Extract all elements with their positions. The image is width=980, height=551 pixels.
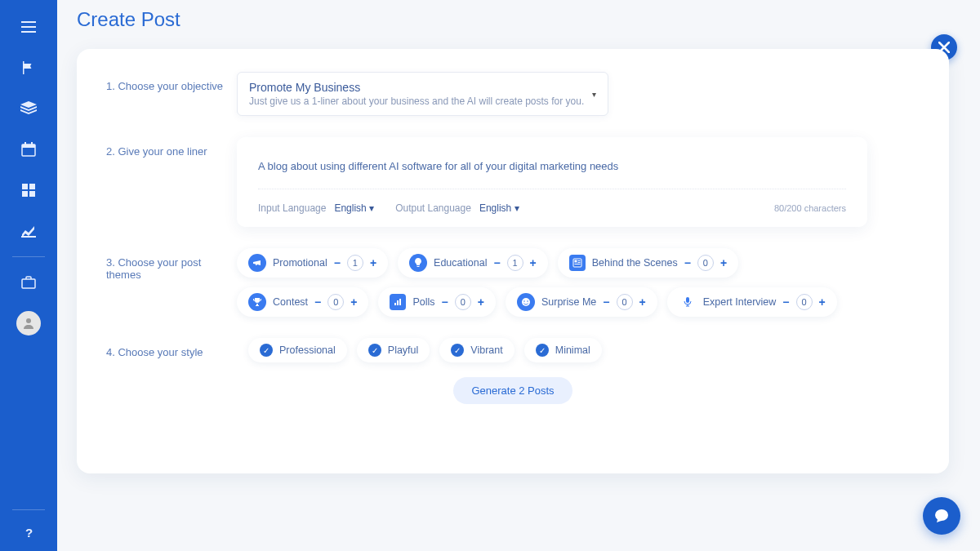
sidebar: ?	[0, 0, 57, 551]
input-language-label: Input Language	[258, 202, 326, 214]
theme-minus[interactable]: −	[334, 257, 341, 269]
theme-label: Promotional	[273, 257, 327, 269]
style-vibrant[interactable]: ✓ Vibrant	[439, 338, 514, 362]
grid-icon[interactable]	[0, 170, 57, 211]
one-liner-input[interactable]	[258, 155, 846, 189]
svg-rect-5	[24, 142, 26, 145]
chat-fab[interactable]	[923, 497, 960, 535]
check-icon: ✓	[368, 344, 381, 357]
check-icon: ✓	[536, 344, 549, 357]
svg-rect-25	[686, 297, 689, 303]
theme-label: Polls	[412, 296, 434, 308]
svg-point-12	[26, 318, 31, 323]
theme-count: 0	[796, 294, 813, 310]
create-post-card: 1. Choose your objective Promote My Busi…	[77, 49, 949, 473]
svg-rect-16	[577, 260, 580, 261]
theme-plus[interactable]: +	[478, 296, 484, 308]
theme-plus[interactable]: +	[350, 296, 357, 308]
step-4-label: 4. Choose your style	[106, 338, 237, 362]
theme-chip-expert: Expert Interview − 0 +	[667, 287, 837, 317]
svg-rect-9	[22, 191, 28, 197]
svg-rect-19	[394, 303, 396, 305]
theme-plus[interactable]: +	[530, 257, 537, 269]
flag-icon[interactable]	[0, 47, 57, 88]
theme-minus[interactable]: −	[603, 296, 609, 308]
theme-minus[interactable]: −	[493, 257, 500, 269]
style-playful[interactable]: ✓ Playful	[357, 338, 430, 362]
theme-minus[interactable]: −	[442, 296, 448, 308]
theme-minus[interactable]: −	[782, 296, 789, 308]
lightbulb-icon	[409, 254, 427, 272]
sidebar-divider	[12, 256, 45, 257]
objective-subtitle: Just give us a 1-liner about your busine…	[249, 96, 596, 107]
svg-rect-1	[21, 26, 36, 28]
theme-label: Contest	[273, 296, 308, 308]
theme-chip-group: Promotional − 1 + Educational − 1 + Behi…	[237, 248, 858, 317]
svg-rect-11	[22, 279, 35, 288]
poll-icon	[390, 294, 406, 310]
trophy-icon	[248, 293, 266, 311]
theme-count: 0	[617, 294, 633, 310]
theme-plus[interactable]: +	[639, 296, 646, 308]
mic-icon	[679, 293, 697, 311]
output-language-label: Output Language	[395, 202, 471, 214]
svg-rect-21	[399, 299, 401, 305]
avatar[interactable]	[0, 303, 57, 344]
svg-rect-0	[21, 21, 36, 23]
theme-label: Surprise Me	[541, 296, 596, 308]
objective-dropdown[interactable]: Promote My Business Just give us a 1-lin…	[237, 72, 608, 116]
check-icon: ✓	[451, 344, 464, 357]
smile-icon	[517, 293, 535, 311]
objective-title: Promote My Business	[249, 81, 596, 94]
theme-chip-contest: Contest − 0 +	[237, 287, 368, 317]
step-1-label: 1. Choose your objective	[106, 72, 237, 116]
megaphone-icon	[248, 254, 266, 272]
theme-count: 0	[327, 294, 344, 310]
svg-rect-2	[21, 31, 36, 33]
style-chip-group: ✓ Professional ✓ Playful ✓ Vibrant ✓ Min…	[237, 338, 858, 362]
newspaper-icon	[569, 255, 586, 271]
style-minimal[interactable]: ✓ Minimal	[524, 338, 602, 362]
style-label: Vibrant	[470, 344, 502, 356]
style-label: Minimal	[555, 344, 590, 356]
svg-text:?: ?	[25, 527, 33, 540]
svg-rect-6	[31, 142, 33, 145]
output-language-select[interactable]: English ▾	[479, 202, 519, 214]
generate-button[interactable]: Generate 2 Posts	[453, 377, 572, 404]
svg-point-24	[527, 300, 528, 302]
input-language-select[interactable]: English ▾	[334, 202, 374, 214]
step-3-label: 3. Choose your post themes	[106, 248, 237, 317]
sidebar-divider-bottom	[12, 509, 45, 510]
one-liner-panel: Input Language English ▾ Output Language…	[237, 137, 867, 227]
theme-chip-polls: Polls − 0 +	[378, 287, 495, 317]
svg-point-23	[523, 300, 525, 302]
briefcase-icon[interactable]	[0, 262, 57, 303]
chevron-down-icon: ▾	[592, 90, 596, 99]
svg-rect-18	[574, 264, 580, 264]
style-label: Playful	[388, 344, 419, 356]
theme-plus[interactable]: +	[819, 296, 826, 308]
svg-rect-4	[22, 144, 35, 148]
svg-rect-7	[22, 184, 28, 189]
calendar-icon[interactable]	[0, 129, 57, 170]
theme-minus[interactable]: −	[684, 257, 691, 269]
theme-count: 1	[347, 255, 363, 271]
help-icon[interactable]: ?	[0, 515, 57, 551]
theme-label: Expert Interview	[703, 296, 777, 308]
theme-plus[interactable]: +	[720, 257, 727, 269]
theme-count: 1	[507, 255, 523, 271]
chart-icon[interactable]	[0, 211, 57, 251]
svg-rect-15	[574, 260, 577, 263]
theme-minus[interactable]: −	[314, 296, 321, 308]
page-title: Create Post	[77, 8, 180, 31]
svg-rect-17	[577, 262, 580, 263]
theme-chip-surprise: Surprise Me − 0 +	[506, 287, 657, 317]
layers-icon[interactable]	[0, 88, 57, 129]
theme-plus[interactable]: +	[370, 257, 376, 269]
hamburger-icon[interactable]	[0, 7, 57, 47]
theme-chip-bts: Behind the Scenes − 0 +	[558, 248, 738, 278]
style-label: Professional	[279, 344, 336, 356]
theme-count: 0	[455, 294, 471, 310]
style-professional[interactable]: ✓ Professional	[248, 338, 347, 362]
svg-rect-8	[29, 184, 35, 189]
